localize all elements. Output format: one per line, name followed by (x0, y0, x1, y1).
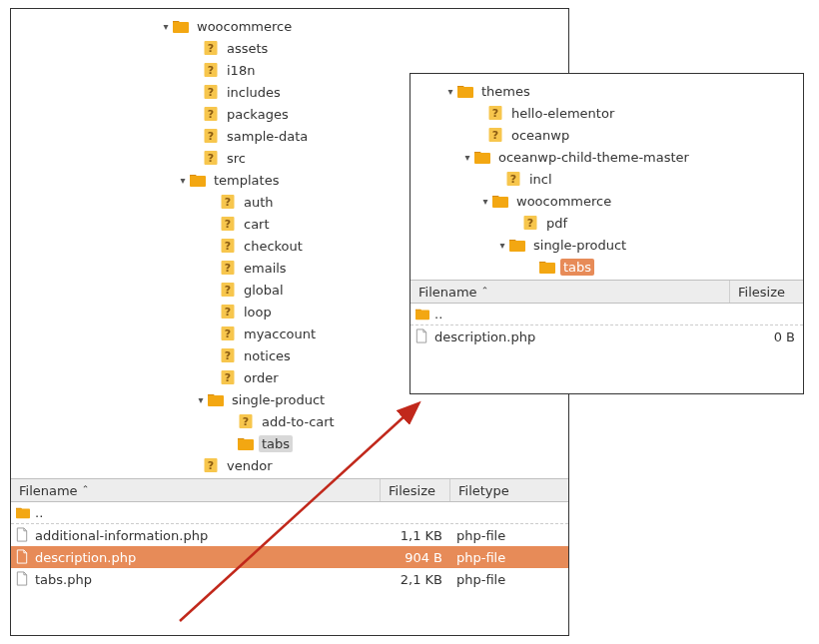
expand-arrow-icon[interactable]: ▾ (479, 196, 491, 207)
file-row[interactable]: description.php0 B (410, 325, 803, 347)
tree-item-label: order (241, 369, 282, 386)
file-type: php-file (450, 550, 568, 565)
svg-rect-38 (16, 508, 30, 518)
folder-icon (473, 148, 491, 166)
unknown-icon: ? (504, 170, 522, 188)
unknown-icon: ? (486, 104, 504, 122)
tree-item[interactable]: ?add-to-cart (15, 410, 564, 432)
right-tree-view[interactable]: ▾themes?hello-elementor?oceanwp▾oceanwp-… (410, 74, 803, 280)
unknown-icon: ? (219, 215, 237, 233)
tree-item-label: tabs (560, 259, 594, 276)
tree-item-label: myaccount (241, 325, 319, 342)
svg-text:?: ? (225, 240, 231, 253)
file-row[interactable]: .. (410, 304, 803, 325)
file-type: php-file (450, 528, 568, 543)
tree-item-label: vendor (224, 457, 275, 474)
tree-item[interactable]: ▾single-product (414, 234, 799, 256)
svg-rect-13 (190, 176, 206, 187)
svg-text:?: ? (208, 86, 214, 99)
tree-item-label: i18n (224, 62, 258, 79)
tree-item[interactable]: ?pdf (414, 212, 799, 234)
svg-text:?: ? (225, 262, 231, 275)
unknown-icon: ? (202, 61, 220, 79)
expand-arrow-icon[interactable]: ▾ (461, 152, 473, 163)
tree-item-label: packages (224, 106, 292, 123)
column-header-label: Filesize (389, 483, 435, 498)
unknown-icon: ? (202, 39, 220, 57)
svg-rect-35 (238, 439, 254, 450)
file-row[interactable]: .. (11, 502, 568, 524)
tree-item-label: woocommerce (513, 193, 614, 210)
file-size: 904 B (381, 550, 450, 565)
column-header-filesize[interactable]: Filesize (381, 479, 450, 501)
tree-item[interactable]: ▾themes (414, 80, 799, 102)
column-header-filename[interactable]: Filename⌃ (410, 281, 730, 303)
unknown-icon: ? (521, 214, 539, 232)
svg-text:?: ? (225, 306, 231, 319)
file-row[interactable]: additional-information.php1,1 KBphp-file (11, 524, 568, 546)
svg-text:?: ? (208, 459, 214, 472)
tree-item-label: checkout (241, 238, 306, 255)
tree-item[interactable]: ?oceanwp (414, 124, 799, 146)
file-size: 1,1 KB (381, 528, 450, 543)
unknown-icon: ? (219, 281, 237, 299)
folder-icon (491, 192, 509, 210)
svg-text:?: ? (492, 107, 498, 120)
tree-item[interactable]: ?incl (414, 168, 799, 190)
expand-arrow-icon[interactable]: ▾ (177, 175, 189, 186)
tree-item-label: tabs (259, 435, 293, 452)
unknown-icon: ? (202, 149, 220, 167)
file-row[interactable]: description.php904 Bphp-file (11, 546, 568, 568)
file-name: tabs.php (35, 572, 92, 587)
tree-item[interactable]: tabs (15, 432, 564, 454)
left-file-list[interactable]: ..additional-information.php1,1 KBphp-fi… (11, 502, 568, 590)
expand-arrow-icon[interactable]: ▾ (444, 86, 456, 97)
sort-ascending-icon: ⌃ (82, 484, 90, 494)
column-header-filesize[interactable]: Filesize (730, 281, 803, 303)
svg-rect-47 (492, 197, 508, 208)
left-column-headers[interactable]: Filename⌃FilesizeFiletype (11, 478, 568, 502)
svg-rect-39 (457, 87, 473, 98)
folder-icon (456, 82, 474, 100)
tree-item-label: single-product (530, 237, 629, 254)
tree-item-label: auth (241, 194, 277, 211)
tree-item[interactable]: ▾woocommerce (414, 190, 799, 212)
svg-text:?: ? (208, 64, 214, 77)
svg-text:?: ? (225, 327, 231, 340)
file-icon (15, 527, 31, 543)
file-row[interactable]: tabs.php2,1 KBphp-file (11, 568, 568, 590)
right-column-headers[interactable]: Filename⌃Filesize (410, 280, 803, 304)
expand-arrow-icon[interactable]: ▾ (160, 21, 172, 32)
tree-item[interactable]: ▾woocommerce (15, 15, 564, 37)
tree-item[interactable]: ?vendor (15, 454, 564, 476)
tree-item[interactable]: ?assets (15, 37, 564, 59)
svg-text:?: ? (492, 129, 498, 142)
file-name: .. (434, 307, 442, 322)
folder-icon (414, 307, 430, 322)
svg-rect-51 (539, 263, 555, 274)
tree-item[interactable]: ?hello-elementor (414, 102, 799, 124)
tree-item-label: notices (241, 347, 294, 364)
tree-item-label: hello-elementor (508, 105, 617, 122)
svg-text:?: ? (527, 217, 533, 230)
folder-icon (508, 236, 526, 254)
expand-arrow-icon[interactable]: ▾ (195, 394, 207, 405)
svg-text:?: ? (510, 173, 516, 186)
svg-text:?: ? (225, 196, 231, 209)
unknown-icon: ? (237, 412, 255, 430)
right-file-list[interactable]: ..description.php0 B (410, 304, 803, 347)
expand-arrow-icon[interactable]: ▾ (496, 240, 508, 251)
unknown-icon: ? (219, 259, 237, 277)
file-icon (15, 571, 31, 587)
svg-text:?: ? (208, 130, 214, 143)
folder-icon (207, 390, 225, 408)
folder-icon (538, 258, 556, 276)
svg-rect-32 (208, 395, 224, 406)
tree-item-label: templates (211, 172, 282, 189)
tree-item[interactable]: tabs (414, 256, 799, 278)
column-header-filetype[interactable]: Filetype (450, 479, 568, 501)
unknown-icon: ? (219, 237, 237, 255)
svg-text:?: ? (225, 349, 231, 362)
tree-item[interactable]: ▾oceanwp-child-theme-master (414, 146, 799, 168)
column-header-filename[interactable]: Filename⌃ (11, 479, 381, 501)
